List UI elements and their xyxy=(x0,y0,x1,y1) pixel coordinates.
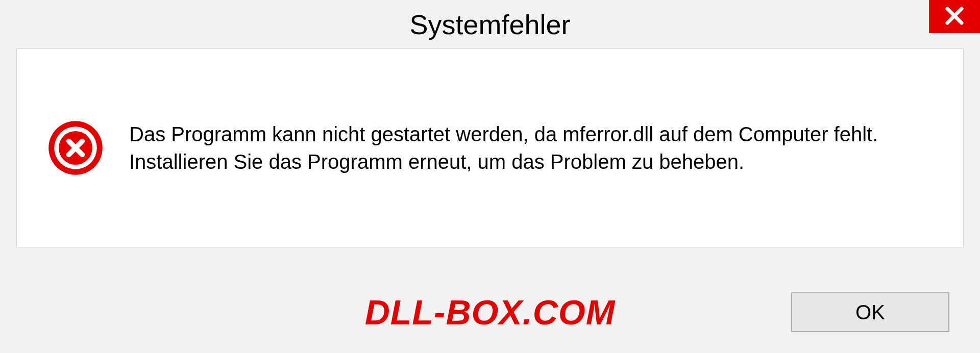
watermark-text: DLL-BOX.COM xyxy=(365,292,616,332)
dialog-title: Systemfehler xyxy=(409,9,570,40)
dialog-footer: DLL-BOX.COM OK xyxy=(0,271,980,353)
error-message: Das Programm kann nicht gestartet werden… xyxy=(129,120,933,175)
error-icon xyxy=(47,120,104,176)
ok-button[interactable]: OK xyxy=(791,292,949,332)
close-icon xyxy=(944,5,965,29)
close-button[interactable] xyxy=(929,0,980,33)
message-panel: Das Programm kann nicht gestartet werden… xyxy=(16,48,964,247)
titlebar: Systemfehler xyxy=(0,0,980,48)
